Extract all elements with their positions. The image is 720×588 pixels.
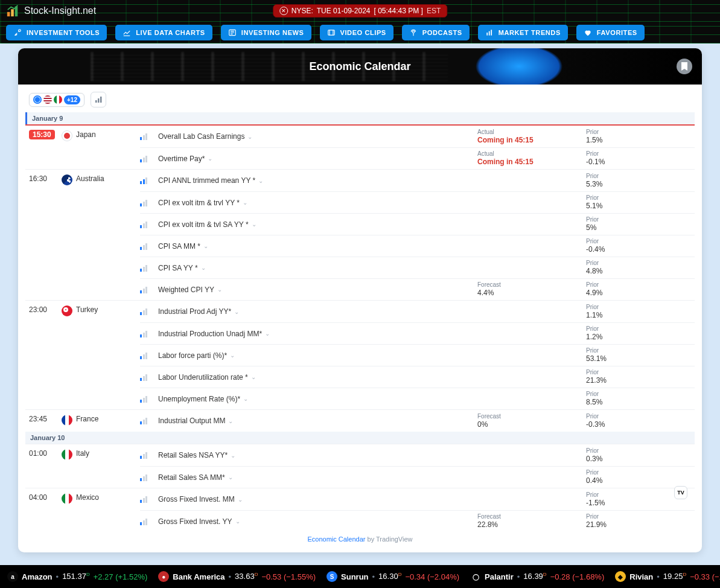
svg-rect-0	[7, 12, 10, 16]
event-row[interactable]: Retail Sales SA MM*⌄Prior0.4%	[140, 466, 695, 488]
event-row[interactable]: Weighted CPI YY⌄Forecast4.4%Prior4.9%	[140, 278, 695, 300]
event-row[interactable]: CPI ex volt itm & trvl YY *⌄Prior5.1%	[140, 191, 695, 213]
market-closed-icon: ✕	[279, 7, 288, 15]
event-row[interactable]: Unemployment Rate (%)*⌄Prior8.5%	[140, 388, 695, 409]
ticker-change: −0.53 (−1.55%)	[261, 572, 316, 581]
flag-fr-icon	[62, 415, 72, 426]
country-name: France	[76, 415, 98, 423]
nav-btn-chart[interactable]: LIVE DATA CHARTS	[115, 25, 212, 40]
date-header: January 9	[25, 112, 695, 124]
nav-button-row: INVESTMENT TOOLSLIVE DATA CHARTSINVESTIN…	[0, 22, 720, 43]
bars-icon	[95, 96, 102, 103]
ticker-item[interactable]: ◯Palantir•16.39D−0.28 (−1.68%)	[470, 571, 604, 582]
event-name: Overtime Pay*⌄	[158, 155, 477, 163]
importance-icon	[140, 474, 158, 481]
nav-btn-video[interactable]: VIDEO CLIPS	[320, 25, 393, 40]
event-row[interactable]: Labor Underutilization rate *⌄Prior21.3%	[140, 366, 695, 388]
widget-footer: Economic Calendar by TradingView	[25, 535, 695, 543]
ticker-logo-icon: ◯	[470, 571, 481, 582]
importance-icon	[140, 177, 158, 184]
event-row[interactable]: Industrial Output MM⌄Forecast0%Prior-0.3…	[140, 410, 695, 432]
time-cell: 04:00	[25, 488, 62, 532]
event-row[interactable]: Labor force parti (%)*⌄Prior53.1%	[140, 344, 695, 366]
ticker-item[interactable]: SSunrun•16.30D−0.34 (−2.04%)	[327, 571, 459, 582]
ticker-item[interactable]: aAmazon•151.37D+2.27 (+1.52%)	[7, 571, 147, 582]
status-time: [ 05:44:43 PM ]	[374, 7, 423, 15]
time-block: 23:45FranceIndustrial Output MM⌄Forecast…	[25, 409, 695, 432]
tradingview-badge[interactable]: TV	[674, 486, 687, 499]
prior-cell: Prior0.3%	[586, 447, 695, 463]
prior-cell: Prior1.1%	[586, 304, 695, 319]
nav-label: LIVE DATA CHARTS	[136, 29, 205, 36]
event-name: Industrial Prod Adj YY*⌄	[158, 307, 477, 316]
nav-btn-heart[interactable]: FAVORITES	[576, 25, 645, 40]
prior-cell: Prior-0.4%	[586, 238, 695, 254]
events-column: Retail Sales NSA YY*⌄Prior0.3%Retail Sal…	[140, 444, 695, 488]
ticker-price: 19.25D	[663, 572, 686, 581]
prior-cell: Prior5.1%	[586, 194, 695, 210]
svg-point-6	[412, 31, 415, 33]
nav-btn-tools[interactable]: INVESTMENT TOOLS	[6, 25, 107, 40]
event-row[interactable]: Industrial Prod Adj YY*⌄Prior1.1%	[140, 301, 695, 322]
prior-cell: Prior53.1%	[586, 347, 695, 363]
nav-label: INVESTMENT TOOLS	[27, 29, 100, 36]
brand-text: Stock-Insight.net	[24, 5, 96, 16]
ticker-price: 16.30D	[378, 572, 401, 581]
chevron-down-icon: ⌄	[243, 199, 247, 206]
prior-cell: Prior21.3%	[586, 369, 695, 385]
ticker-logo-icon: ◆	[615, 571, 626, 582]
flag-au-icon	[62, 174, 72, 185]
chevron-down-icon: ⌄	[265, 330, 270, 337]
chevron-down-icon: ⌄	[235, 518, 240, 525]
time-block: 23:00TurkeyIndustrial Prod Adj YY*⌄Prior…	[25, 300, 695, 409]
event-row[interactable]: CPI SA YY *⌄Prior4.8%	[140, 257, 695, 278]
event-name: CPI SA YY *⌄	[158, 264, 477, 272]
event-row[interactable]: Gross Fixed Invest. MM⌄Prior-1.5%	[140, 488, 695, 510]
brand[interactable]: Stock-Insight.net	[6, 4, 96, 18]
event-row[interactable]: CPI ANNL trimmed mean YY *⌄Prior5.3%	[140, 170, 695, 191]
nav-btn-trends[interactable]: MARKET TRENDS	[478, 25, 568, 40]
mid-cell: Forecast4.4%	[477, 281, 586, 297]
event-row[interactable]: CPI ex volt itm & tvl SA YY *⌄Prior5%	[140, 213, 695, 235]
chevron-down-icon: ⌄	[217, 286, 222, 293]
importance-icon	[140, 374, 158, 381]
ticker-price: 16.39D	[523, 572, 546, 581]
prior-cell: Prior4.9%	[586, 281, 695, 297]
ticker-item[interactable]: ●Bank America•33.63D−0.53 (−1.55%)	[158, 571, 316, 582]
svg-point-3	[19, 30, 21, 32]
country-name: Italy	[76, 449, 89, 458]
event-row[interactable]: Industrial Production Unadj MM*⌄Prior1.2…	[140, 322, 695, 344]
region-filter-chip[interactable]: +12	[29, 93, 84, 107]
calendar-card: Economic Calendar +12	[18, 48, 702, 552]
importance-icon	[140, 452, 158, 459]
event-name: Retail Sales NSA YY*⌄	[158, 451, 477, 459]
flag-tr-icon	[62, 305, 72, 316]
nav-btn-podcast[interactable]: PODCASTS	[402, 25, 470, 40]
importance-icon	[140, 199, 158, 206]
event-row[interactable]: Gross Fixed Invest. YY⌄Forecast22.8%Prio…	[140, 510, 695, 532]
nav-label: VIDEO CLIPS	[340, 29, 386, 36]
nav-label: PODCASTS	[422, 29, 462, 36]
importance-icon	[140, 417, 158, 424]
prior-cell: Prior5.3%	[586, 173, 695, 188]
event-row[interactable]: Overtime Pay*⌄ActualComing in 45:15Prior…	[140, 147, 695, 169]
bookmark-button[interactable]	[677, 59, 692, 74]
chevron-down-icon: ⌄	[230, 352, 235, 359]
event-row[interactable]: Retail Sales NSA YY*⌄Prior0.3%	[140, 444, 695, 466]
event-name: Industrial Output MM⌄	[158, 417, 477, 425]
widget-footer-link[interactable]: Economic Calendar	[307, 535, 365, 543]
ticker-item[interactable]: ◆Rivian•19.25D−0.33 (−1.69%)	[615, 571, 720, 582]
event-name: CPI ex volt itm & trvl YY *⌄	[158, 199, 477, 207]
flag-us-icon	[43, 95, 52, 104]
event-row[interactable]: Overall Lab Cash Earnings⌄ActualComing i…	[140, 126, 695, 147]
prior-cell: Prior-0.3%	[586, 413, 695, 429]
importance-filter-button[interactable]	[91, 92, 106, 107]
time-cell: 15:30	[25, 126, 62, 169]
importance-icon	[140, 133, 158, 140]
nav-btn-news[interactable]: INVESTING NEWS	[221, 25, 311, 40]
country-name: Turkey	[76, 305, 98, 314]
ticker-name: Amazon	[22, 572, 53, 581]
event-row[interactable]: CPI SA MM *⌄Prior-0.4%	[140, 235, 695, 257]
bookmark-icon	[681, 62, 688, 71]
flag-eu-icon	[54, 95, 62, 104]
